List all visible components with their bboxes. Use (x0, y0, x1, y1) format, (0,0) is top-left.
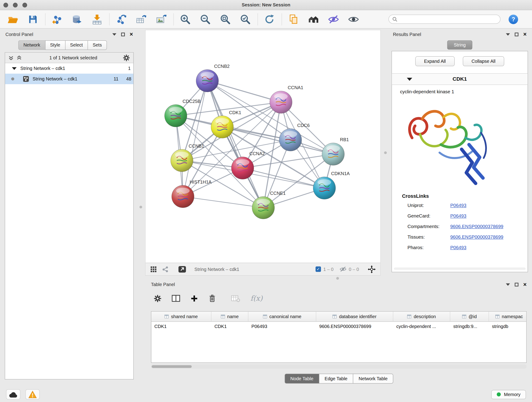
network-node-ccna1[interactable]: CCNA1 (270, 85, 303, 113)
network-node-cdk1[interactable]: CDK1 (211, 110, 241, 138)
close-panel-icon[interactable]: × (523, 32, 527, 37)
scrollbar-thumb[interactable] (152, 365, 192, 368)
selected-checkbox-icon[interactable]: ✓ (316, 267, 321, 272)
column-header-description[interactable]: description (393, 312, 450, 321)
tab-sets[interactable]: Sets (88, 40, 107, 50)
import-table-button[interactable] (91, 13, 103, 25)
close-panel-icon[interactable]: × (523, 281, 527, 287)
maximize-panel-icon[interactable] (515, 283, 519, 286)
bottom-splitter-handle[interactable] (336, 277, 339, 280)
table-cell[interactable]: CDK1 (211, 324, 248, 329)
memory-button[interactable]: Memory (491, 390, 526, 399)
column-header-shared-name[interactable]: shared name (151, 312, 211, 321)
protein-section-header[interactable]: CDK1 (392, 73, 527, 85)
external-link-icon[interactable] (178, 266, 186, 273)
crosslink-value-link[interactable]: P06493 (450, 203, 466, 208)
table-cell[interactable]: P06493 (248, 324, 316, 329)
save-session-button[interactable] (27, 13, 39, 25)
network-node-cdkn1a[interactable]: CDKN1A (313, 171, 350, 199)
right-splitter-handle[interactable] (384, 151, 387, 154)
column-header-canonical-name[interactable]: canonical name (248, 312, 316, 321)
copy-button[interactable] (287, 13, 299, 25)
column-type-icon (462, 315, 466, 318)
table-cell[interactable]: stringdb (489, 324, 526, 329)
tab-network[interactable]: Network (18, 40, 45, 50)
export-network-button[interactable] (115, 13, 127, 25)
network-edge[interactable] (183, 196, 263, 208)
share-network-icon[interactable] (162, 266, 169, 272)
grid-view-icon[interactable] (150, 266, 157, 272)
tab-select[interactable]: Select (65, 40, 88, 50)
table-cell[interactable]: 9606.ENSP00000378699 (316, 324, 393, 329)
results-scrollbar[interactable] (394, 268, 526, 270)
apply-layout-button[interactable] (263, 13, 275, 25)
expand-all-icon[interactable] (17, 55, 22, 60)
search-input[interactable] (400, 17, 495, 22)
network-edge[interactable] (207, 81, 281, 102)
collapse-all-icon[interactable] (8, 55, 13, 60)
float-panel-icon[interactable] (506, 283, 510, 286)
network-node-hist1h1a[interactable]: HIST1H1A (172, 179, 212, 208)
zoom-out-button[interactable] (199, 13, 211, 25)
crosslink-value-link[interactable]: P06493 (450, 245, 466, 250)
close-panel-icon[interactable]: × (130, 32, 133, 37)
float-panel-icon[interactable] (506, 33, 510, 35)
network-canvas[interactable]: CCNB2CCNA1CDC25BCDK1CDC6RB1CCNB1CCNA2CDK… (146, 30, 380, 263)
network-node-ccnb2[interactable]: CCNB2 (196, 64, 230, 92)
trash-icon[interactable] (208, 294, 216, 303)
pan-crosshair-icon[interactable] (368, 265, 375, 273)
float-panel-icon[interactable] (112, 33, 116, 35)
show-details-button[interactable] (347, 13, 360, 25)
expand-all-button[interactable]: Expand All (415, 56, 454, 66)
apps-button[interactable] (307, 13, 320, 25)
tab-string[interactable]: String (447, 40, 472, 50)
maximize-panel-icon[interactable] (121, 32, 125, 36)
tab-network-table[interactable]: Network Table (353, 374, 393, 383)
table-cell[interactable]: stringdb:9... (450, 324, 489, 329)
tab-edge-table[interactable]: Edge Table (319, 374, 353, 383)
network-edge[interactable] (207, 81, 263, 208)
crosslink-value-link[interactable]: P06493 (450, 213, 466, 218)
zoom-in-button[interactable] (179, 13, 191, 25)
table-row[interactable]: CDK1CDK1P064939606.ENSP00000378699cyclin… (151, 322, 526, 331)
table-cell[interactable]: CDK1 (151, 324, 211, 329)
zoom-fit-button[interactable] (219, 13, 231, 25)
delete-table-icon[interactable] (231, 294, 240, 302)
table-cell[interactable]: cyclin-dependent ... (393, 324, 450, 329)
split-columns-icon[interactable] (172, 294, 180, 302)
hide-details-button[interactable] (327, 13, 340, 25)
column-header-database-identifier[interactable]: database identifier (316, 312, 393, 321)
left-splitter-handle[interactable] (139, 206, 142, 208)
add-column-icon[interactable] (190, 294, 198, 302)
crosslink-value-link[interactable]: 9606.ENSP00000378699 (450, 224, 503, 229)
network-node-rb1[interactable]: RB1 (322, 137, 349, 165)
export-table-button[interactable] (135, 13, 147, 25)
tab-style[interactable]: Style (45, 40, 65, 50)
warnings-button[interactable] (25, 389, 40, 400)
import-network-file-button[interactable] (51, 13, 63, 25)
gear-icon[interactable] (123, 54, 130, 61)
tree-row-network[interactable]: String Network – cdk1 11 48 (5, 74, 133, 84)
tree-row-collection[interactable]: String Network – cdk1 1 (5, 63, 133, 74)
export-image-button[interactable] (155, 13, 167, 25)
cloud-button[interactable] (6, 389, 20, 400)
column-header--id[interactable]: @id (450, 312, 489, 321)
gear-icon[interactable] (154, 294, 162, 302)
network-edge[interactable] (183, 81, 207, 196)
collapse-all-button[interactable]: Collapse All (462, 56, 504, 66)
column-header-name[interactable]: name (211, 312, 248, 321)
column-header-namespac[interactable]: namespac (489, 312, 526, 321)
crosslink-value-link[interactable]: 9606.ENSP00000378699 (450, 235, 503, 240)
zoom-selected-button[interactable] (239, 13, 251, 25)
function-builder-icon[interactable]: f(x) (250, 294, 263, 303)
search-input-wrap[interactable] (389, 15, 500, 24)
help-button[interactable]: ? (507, 13, 519, 25)
collapse-triangle-icon[interactable] (407, 77, 412, 80)
import-network-database-button[interactable] (71, 13, 83, 25)
tab-node-table[interactable]: Node Table (285, 374, 319, 383)
collapse-triangle-icon[interactable] (12, 67, 17, 70)
open-session-button[interactable] (7, 13, 19, 25)
table-horizontal-scrollbar[interactable] (151, 364, 526, 369)
hidden-eye-slash-icon[interactable] (340, 266, 346, 273)
maximize-panel-icon[interactable] (515, 32, 519, 36)
